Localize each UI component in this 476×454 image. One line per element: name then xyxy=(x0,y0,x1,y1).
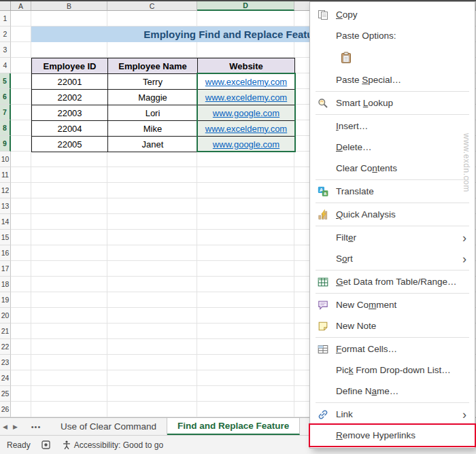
employee-id-cell[interactable]: 22003 xyxy=(32,105,108,121)
copy-icon xyxy=(313,10,333,20)
column-header-d[interactable]: D xyxy=(197,1,294,11)
row-header-22[interactable]: 22 xyxy=(0,339,11,355)
row-header-15[interactable]: 15 xyxy=(0,230,11,245)
sheet-tab-use-of-clear-command[interactable]: Use of Clear Command xyxy=(50,418,167,435)
row-header-10[interactable]: 10 xyxy=(0,152,11,167)
employee-name-cell[interactable]: Maggie xyxy=(108,90,198,105)
employee-name-cell[interactable]: Lori xyxy=(108,105,198,121)
tab-scroll-right-icon[interactable]: ▶ xyxy=(10,418,20,435)
website-link[interactable]: www.google.com xyxy=(213,139,279,150)
menu-item-label: Translate xyxy=(333,186,471,196)
menu-item-quick-analysis[interactable]: Quick Analysis xyxy=(310,204,475,225)
website-link[interactable]: www.exceldemy.com xyxy=(205,77,287,87)
row-header-2[interactable]: 2 xyxy=(0,27,11,42)
excel-window: ABCDE 1234567891011121314151617181920212… xyxy=(0,0,476,454)
menu-item-link[interactable]: Link› xyxy=(310,404,475,425)
row-header-23[interactable]: 23 xyxy=(0,355,11,370)
paste-icon[interactable] xyxy=(337,49,355,67)
row-header-20[interactable]: 20 xyxy=(0,308,11,324)
row-header-14[interactable]: 14 xyxy=(0,214,11,230)
new-note-icon xyxy=(313,321,333,332)
row-header-6[interactable]: 6 xyxy=(0,89,11,105)
employee-id-cell[interactable]: 22004 xyxy=(32,121,108,137)
menu-item-label: Paste Special… xyxy=(333,75,471,85)
menu-item-label: Pick From Drop-down List… xyxy=(333,365,471,375)
row-header-12[interactable]: 12 xyxy=(0,183,11,198)
website-cell[interactable]: www.google.com xyxy=(198,105,295,121)
website-cell[interactable]: www.google.com xyxy=(198,137,295,152)
menu-item-paste-special[interactable]: Paste Special… xyxy=(310,69,475,90)
get-data-icon xyxy=(313,277,333,287)
row-header-25[interactable]: 25 xyxy=(0,386,11,402)
row-header-13[interactable]: 13 xyxy=(0,198,11,214)
menu-item-smart-lookup[interactable]: Smart Lookup xyxy=(310,92,475,114)
table-header-website[interactable]: Website xyxy=(198,58,295,74)
menu-item-label: Link xyxy=(333,409,462,419)
website-link[interactable]: www.google.com xyxy=(213,108,279,118)
menu-separator xyxy=(316,91,469,92)
row-header-18[interactable]: 18 xyxy=(0,277,11,292)
column-header-c[interactable]: C xyxy=(107,1,197,11)
menu-item-sort[interactable]: Sort› xyxy=(310,248,475,269)
employee-id-cell[interactable]: 22001 xyxy=(32,74,108,90)
menu-item-format-cells[interactable]: Format Cells… xyxy=(310,338,475,360)
macro-record-icon[interactable] xyxy=(41,440,50,449)
accessibility-label: Accessibility: Good to go xyxy=(74,440,163,450)
row-header-5[interactable]: 5 xyxy=(0,73,11,89)
website-cell[interactable]: www.exceldemy.com xyxy=(198,121,295,137)
website-cell[interactable]: www.exceldemy.com xyxy=(198,74,295,90)
menu-item-filter[interactable]: Filter› xyxy=(310,227,475,248)
employee-name-cell[interactable]: Terry xyxy=(108,74,198,90)
row-header-26[interactable]: 26 xyxy=(0,402,11,417)
table-row: 22001Terrywww.exceldemy.com xyxy=(32,74,295,90)
menu-item-delete[interactable]: Delete… xyxy=(310,137,475,158)
column-header-a[interactable]: A xyxy=(11,1,31,11)
table-header-employee-id[interactable]: Employee ID xyxy=(32,58,108,74)
row-header-4[interactable]: 4 xyxy=(0,58,11,73)
website-cell[interactable]: www.exceldemy.com xyxy=(198,90,295,105)
menu-item-label: Get Data from Table/Range… xyxy=(333,277,471,287)
menu-item-get-data-from-table-range[interactable]: Get Data from Table/Range… xyxy=(310,271,475,292)
menu-item-pick-from-drop-down-list[interactable]: Pick From Drop-down List… xyxy=(310,360,475,381)
table-header-employee-name[interactable]: Employee Name xyxy=(108,58,198,74)
sheet-tabs: Use of Clear CommandFind and Replace Fea… xyxy=(50,418,300,435)
menu-item-copy[interactable]: Copy xyxy=(310,4,475,25)
row-header-8[interactable]: 8 xyxy=(0,120,11,136)
row-header-21[interactable]: 21 xyxy=(0,324,11,339)
paste-options-row xyxy=(310,46,475,69)
row-header-7[interactable]: 7 xyxy=(0,105,11,120)
row-header-17[interactable]: 17 xyxy=(0,261,11,277)
menu-item-insert[interactable]: Insert… xyxy=(310,116,475,137)
menu-item-translate[interactable]: AaTranslate xyxy=(310,181,475,202)
accessibility-status[interactable]: Accessibility: Good to go xyxy=(63,440,163,450)
row-header-16[interactable]: 16 xyxy=(0,245,11,261)
table-row: 22005Janetwww.google.com xyxy=(32,137,295,152)
tab-scroll-left-icon[interactable]: ◀ xyxy=(0,418,10,435)
website-link[interactable]: www.exceldemy.com xyxy=(205,92,287,103)
menu-item-new-comment[interactable]: New Comment xyxy=(310,294,475,315)
employee-name-cell[interactable]: Janet xyxy=(108,137,198,152)
menu-item-new-note[interactable]: New Note xyxy=(310,315,475,336)
tab-overflow-indicator[interactable]: ••• xyxy=(26,418,46,435)
row-header-19[interactable]: 19 xyxy=(0,292,11,308)
sheet-tab-find-and-replace-feature[interactable]: Find and Replace Feature xyxy=(167,418,300,435)
employee-id-cell[interactable]: 22005 xyxy=(32,137,108,152)
menu-item-label: Clear Contents xyxy=(333,163,471,173)
row-header-3[interactable]: 3 xyxy=(0,42,11,58)
select-all-corner[interactable] xyxy=(0,1,11,11)
menu-item-clear-contents[interactable]: Clear Contents xyxy=(310,158,475,179)
menu-separator xyxy=(316,402,469,403)
row-header-24[interactable]: 24 xyxy=(0,370,11,386)
column-header-b[interactable]: B xyxy=(31,1,107,11)
website-link[interactable]: www.exceldemy.com xyxy=(205,124,287,134)
row-header-11[interactable]: 11 xyxy=(0,167,11,183)
employee-name-cell[interactable]: Mike xyxy=(108,121,198,137)
table-row: 22003Loriwww.google.com xyxy=(32,105,295,121)
row-header-1[interactable]: 1 xyxy=(0,11,11,27)
menu-item-label: Insert… xyxy=(333,121,471,131)
employee-id-cell[interactable]: 22002 xyxy=(32,90,108,105)
smart-lookup-icon xyxy=(313,98,333,109)
row-header-9[interactable]: 9 xyxy=(0,136,11,152)
menu-item-remove-hyperlinks[interactable]: Remove Hyperlinks xyxy=(310,425,475,446)
menu-item-define-name[interactable]: Define Name… xyxy=(310,381,475,402)
